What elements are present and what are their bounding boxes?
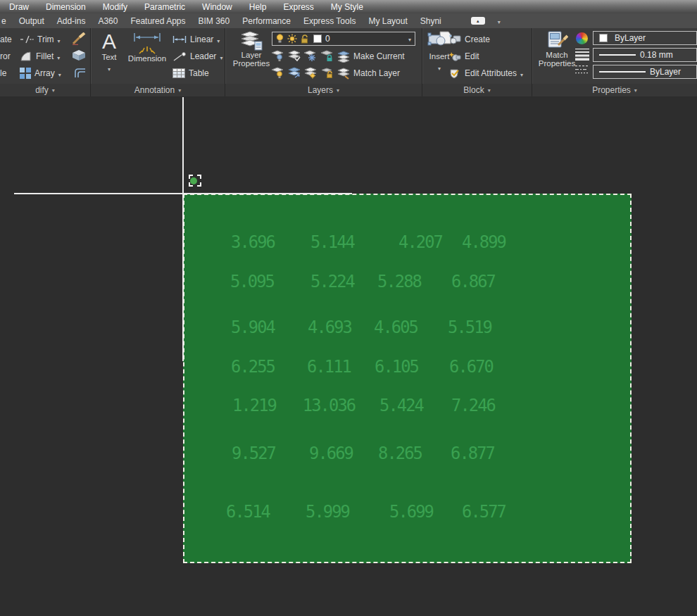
- tab-add-ins[interactable]: Add-ins: [57, 16, 86, 26]
- cad-number[interactable]: 6.105: [375, 356, 418, 377]
- tab-express-tools[interactable]: Express Tools: [303, 16, 356, 26]
- mirror-button[interactable]: ror: [0, 51, 11, 61]
- panel-label-block[interactable]: Block: [422, 84, 532, 96]
- cad-number[interactable]: 6.877: [451, 443, 494, 463]
- table-icon: [172, 68, 185, 78]
- leader-dropdown-icon[interactable]: [220, 50, 222, 63]
- linetype-dropdown[interactable]: ByLayer: [593, 65, 697, 79]
- insert-dropdown-icon: [438, 61, 441, 73]
- panel-label-layers[interactable]: Layers: [225, 84, 422, 96]
- make-current-button[interactable]: Make Current: [337, 50, 405, 63]
- cad-number[interactable]: 6.111: [307, 356, 351, 377]
- cad-number[interactable]: 6.670: [449, 356, 493, 377]
- cad-number[interactable]: 6.577: [462, 501, 506, 522]
- cad-number[interactable]: 3.696: [231, 232, 275, 252]
- ribbon-collapse-chevron-icon[interactable]: [498, 16, 501, 26]
- cad-number[interactable]: 5.699: [389, 501, 433, 522]
- cad-number[interactable]: 5.519: [448, 317, 491, 337]
- tab-my-layout[interactable]: My Layout: [368, 16, 407, 26]
- cad-number[interactable]: 4.207: [398, 232, 442, 252]
- color-wheel-icon[interactable]: [576, 32, 588, 44]
- layer-freeze-icon[interactable]: [304, 50, 317, 62]
- explode-icon[interactable]: [72, 49, 86, 61]
- trim-button[interactable]: Trim: [20, 33, 61, 46]
- menu-parametric[interactable]: Parametric: [144, 2, 185, 12]
- rotate-button[interactable]: ate: [0, 34, 12, 44]
- vertical-line-entity[interactable]: [182, 97, 184, 361]
- cad-number[interactable]: 1.219: [232, 395, 276, 415]
- cad-number[interactable]: 5.224: [310, 271, 354, 291]
- menu-help[interactable]: Help: [249, 2, 267, 12]
- menu-express[interactable]: Express: [283, 2, 313, 12]
- cad-number[interactable]: 5.144: [310, 232, 354, 252]
- linear-button[interactable]: Linear: [172, 33, 220, 46]
- edit-attributes-button[interactable]: Edit Attributes: [449, 67, 523, 80]
- tab-a360[interactable]: A360: [98, 16, 118, 26]
- cad-number[interactable]: 9.527: [232, 443, 275, 463]
- layer-isolate-icon[interactable]: [288, 50, 301, 62]
- menu-dimension[interactable]: Dimension: [46, 2, 86, 12]
- layer-lock-icon[interactable]: [321, 50, 334, 62]
- match-properties-button[interactable]: Match Properties: [538, 31, 576, 68]
- tab-shyni[interactable]: Shyni: [420, 16, 441, 26]
- cad-number[interactable]: 5.904: [231, 317, 275, 337]
- match-layer-button[interactable]: Match Layer: [337, 67, 400, 80]
- lineweight-icon[interactable]: [575, 48, 589, 61]
- layer-properties-button[interactable]: Layer Properties: [231, 31, 272, 68]
- text-button[interactable]: A Text: [96, 30, 122, 74]
- panel-label-modify[interactable]: dify: [0, 84, 90, 96]
- trim-dropdown-icon[interactable]: [58, 33, 61, 46]
- cad-number[interactable]: 7.246: [451, 395, 495, 415]
- cad-number[interactable]: 9.669: [309, 443, 353, 463]
- cad-number[interactable]: 5.999: [306, 501, 349, 522]
- cad-number[interactable]: 8.265: [378, 443, 422, 463]
- panel-block: Insert Create Edit Edit Attributes Block: [422, 28, 532, 96]
- table-button[interactable]: Table: [172, 67, 209, 80]
- panel-label-annotation[interactable]: Annotation: [91, 84, 225, 96]
- layer-dropdown[interactable]: 0: [272, 32, 415, 46]
- tab-featured-apps[interactable]: Featured Apps: [130, 16, 185, 26]
- lineweight-dropdown[interactable]: 0.18 mm: [593, 48, 697, 62]
- edit-block-button[interactable]: Edit: [449, 50, 479, 63]
- ribbon-collapse-icon[interactable]: [471, 17, 485, 25]
- tab-performance[interactable]: Performance: [242, 16, 291, 26]
- tab-bim-360[interactable]: BIM 360: [199, 16, 230, 26]
- fillet-button[interactable]: Fillet: [20, 50, 60, 63]
- dimension-button[interactable]: Dimension: [124, 30, 170, 63]
- layer-thaw-icon[interactable]: [304, 67, 317, 79]
- offset-icon[interactable]: [73, 67, 87, 78]
- cad-number[interactable]: 5.288: [377, 271, 421, 291]
- cad-number[interactable]: 6.255: [231, 356, 275, 377]
- cad-number[interactable]: 13.036: [303, 395, 355, 415]
- cad-number[interactable]: 4.899: [462, 232, 506, 252]
- menu-modify[interactable]: Modify: [103, 2, 127, 12]
- erase-brush-icon[interactable]: [72, 32, 86, 45]
- edit-attributes-dropdown-icon[interactable]: [520, 67, 523, 80]
- cad-number[interactable]: 5.095: [230, 271, 274, 291]
- cad-number[interactable]: 6.514: [226, 501, 270, 522]
- leader-button[interactable]: Leader: [172, 50, 222, 63]
- layer-move-icon[interactable]: [288, 67, 301, 79]
- tab-output[interactable]: Output: [19, 16, 44, 26]
- create-block-button[interactable]: Create: [449, 33, 490, 46]
- array-button[interactable]: Array: [20, 67, 61, 80]
- tab-truncated[interactable]: e: [1, 16, 6, 26]
- layer-unlock-tool-icon[interactable]: [321, 67, 334, 79]
- linetype-icon[interactable]: [575, 65, 591, 76]
- cad-number[interactable]: 4.605: [374, 317, 417, 337]
- linear-dropdown-icon[interactable]: [217, 33, 220, 46]
- layer-off-icon[interactable]: [272, 50, 284, 62]
- menu-window[interactable]: Window: [202, 2, 232, 12]
- scale-button[interactable]: le: [0, 68, 6, 78]
- menu-my-style[interactable]: My Style: [331, 2, 363, 12]
- cad-number[interactable]: 6.867: [451, 271, 495, 291]
- drawing-canvas[interactable]: 3.696 5.144 4.207 4.899 5.095 5.224 5.28…: [0, 96, 697, 616]
- object-color-dropdown[interactable]: ByLayer: [593, 31, 697, 45]
- cad-number[interactable]: 5.424: [379, 395, 423, 415]
- panel-label-properties[interactable]: Properties: [532, 84, 697, 96]
- layer-on-icon[interactable]: [272, 67, 284, 79]
- cad-number[interactable]: 4.693: [308, 317, 351, 337]
- menu-draw[interactable]: Draw: [9, 2, 29, 12]
- array-dropdown-icon[interactable]: [58, 67, 61, 80]
- fillet-dropdown-icon[interactable]: [57, 50, 60, 63]
